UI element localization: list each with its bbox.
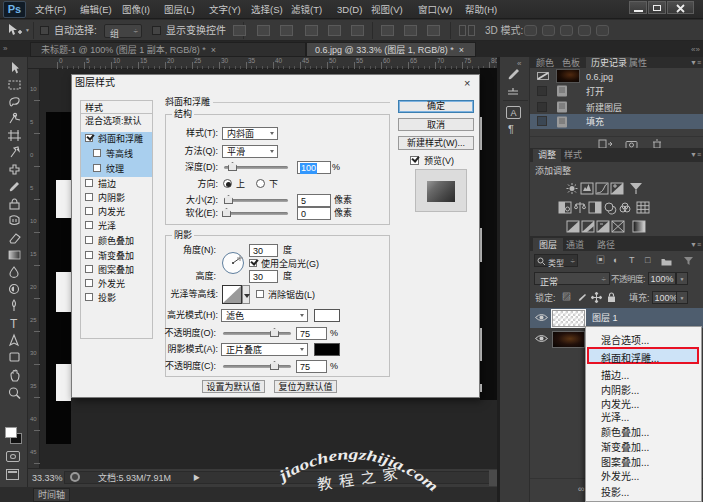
svg-text:T: T	[10, 317, 18, 331]
svg-text:教程之家: 教程之家	[316, 461, 406, 494]
